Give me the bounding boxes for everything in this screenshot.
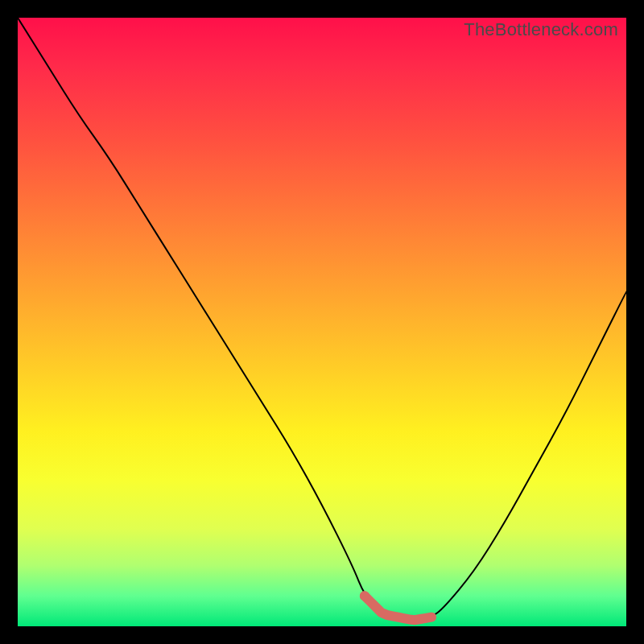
recommended-region-bar (365, 596, 431, 620)
bottleneck-curve (18, 18, 626, 619)
recommended-region-marker (360, 591, 369, 601)
chart-area: TheBottleneck.com (18, 18, 626, 626)
plot-svg (18, 18, 626, 626)
watermark-label: TheBottleneck.com (464, 19, 618, 40)
